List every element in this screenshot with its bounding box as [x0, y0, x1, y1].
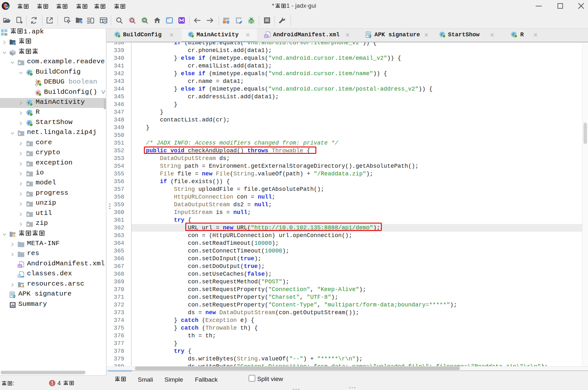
- svg-text:DX: DX: [5, 6, 9, 9]
- svg-text:JA: JA: [4, 4, 7, 6]
